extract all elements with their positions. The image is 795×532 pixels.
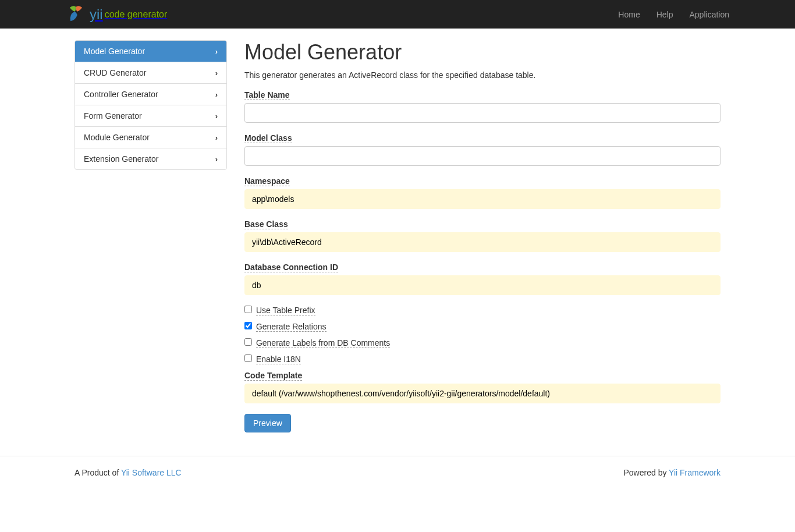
footer-left: A Product of Yii Software LLC [74,468,182,477]
table-name-input[interactable] [244,103,721,123]
page-title: Model Generator [244,40,721,65]
footer: A Product of Yii Software LLC Powered by… [0,456,795,489]
base-class-label: Base Class [244,219,288,229]
use-table-prefix-label: Use Table Prefix [256,306,315,315]
preview-button[interactable]: Preview [244,414,291,432]
sidebar-item-label: Form Generator [84,111,142,120]
nav-right: Home Help Application [618,10,729,19]
footer-left-prefix: A Product of [74,468,121,477]
chevron-right-icon: › [215,90,218,99]
namespace-input[interactable] [244,189,721,209]
sidebar-item-module-generator[interactable]: Module Generator › [75,127,226,148]
base-class-input[interactable] [244,232,721,252]
brand-link[interactable]: yii code generator [66,4,167,24]
sidebar-item-label: Module Generator [84,133,150,142]
generate-relations-label: Generate Relations [256,322,326,332]
db-conn-label: Database Connection ID [244,263,338,272]
footer-right-link[interactable]: Yii Framework [669,468,721,477]
brand-yii-text: yii [90,6,103,23]
sidebar-item-label: CRUD Generator [84,68,146,77]
nav-help[interactable]: Help [656,10,673,19]
chevron-right-icon: › [215,69,218,77]
footer-right-prefix: Powered by [623,468,669,477]
sidebar-item-form-generator[interactable]: Form Generator › [75,105,226,127]
enable-i18n-checkbox[interactable] [244,354,252,362]
generate-relations-checkbox[interactable] [244,322,252,329]
nav-application[interactable]: Application [690,10,730,19]
generate-labels-label: Generate Labels from DB Comments [256,338,390,348]
code-template-input[interactable] [244,384,721,403]
sidebar-item-controller-generator[interactable]: Controller Generator › [75,84,226,105]
model-class-label: Model Class [244,133,292,143]
page-description: This generator generates an ActiveRecord… [244,70,721,80]
table-name-label: Table Name [244,90,290,100]
model-class-input[interactable] [244,146,721,166]
sidebar-item-crud-generator[interactable]: CRUD Generator › [75,62,226,84]
sidebar-item-extension-generator[interactable]: Extension Generator › [75,148,226,169]
footer-left-link[interactable]: Yii Software LLC [121,468,182,477]
sidebar-item-label: Model Generator [84,47,145,56]
chevron-right-icon: › [215,47,218,56]
footer-right: Powered by Yii Framework [623,468,721,477]
namespace-label: Namespace [244,176,290,186]
enable-i18n-label: Enable I18N [256,354,301,364]
generate-labels-checkbox[interactable] [244,338,252,346]
content: Model Generator This generator generates… [244,40,721,432]
db-conn-input[interactable] [244,275,721,295]
sidebar-item-label: Controller Generator [84,90,158,99]
chevron-right-icon: › [215,155,218,164]
sidebar-item-label: Extension Generator [84,154,158,164]
use-table-prefix-checkbox[interactable] [244,306,252,313]
nav-home[interactable]: Home [618,10,640,19]
sidebar-item-model-generator[interactable]: Model Generator › [75,41,226,62]
navbar: yii code generator Home Help Application [0,0,795,29]
yii-logo-icon [66,4,86,24]
sidebar: Model Generator › CRUD Generator › Contr… [74,40,227,170]
chevron-right-icon: › [215,133,218,142]
chevron-right-icon: › [215,112,218,120]
code-template-label: Code Template [244,371,302,381]
brand-sub-text: code generator [105,9,168,20]
